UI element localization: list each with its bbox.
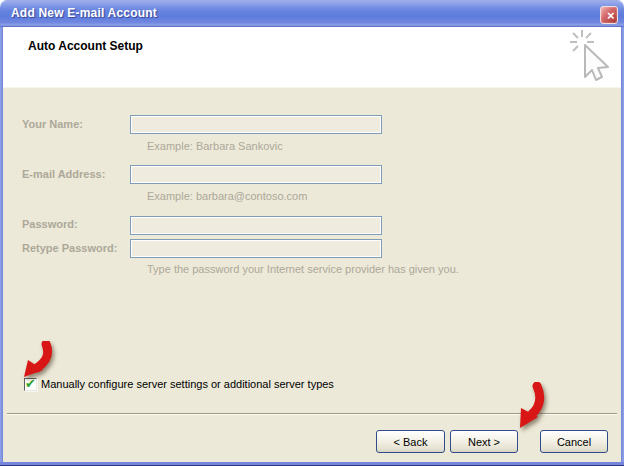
back-button[interactable]: < Back [376, 430, 445, 453]
window-border-bottom [0, 462, 624, 466]
window-title: Add New E-mail Account [11, 6, 157, 20]
close-button[interactable]: × [600, 6, 618, 24]
red-arrow-next-icon [507, 382, 547, 430]
your-name-label: Your Name: [22, 118, 83, 130]
email-address-example: Example: barbara@contoso.com [147, 190, 307, 202]
next-button[interactable]: Next > [450, 430, 518, 453]
cancel-button[interactable]: Cancel [540, 430, 608, 453]
titlebar[interactable]: Add New E-mail Account × [0, 0, 624, 27]
manual-config-checkbox[interactable]: ✔ [24, 378, 37, 391]
email-address-label: E-mail Address: [22, 168, 105, 180]
email-address-input[interactable] [130, 165, 382, 184]
password-hint: Type the password your Internet service … [147, 263, 459, 275]
your-name-example: Example: Barbara Sankovic [147, 140, 283, 152]
retype-password-input[interactable] [130, 239, 382, 258]
password-input[interactable] [130, 216, 382, 235]
cursor-sparkle-icon [569, 29, 615, 87]
wizard-header: Auto Account Setup [3, 27, 621, 87]
your-name-input[interactable] [130, 115, 382, 134]
retype-password-label: Retype Password: [22, 242, 117, 254]
red-arrow-checkbox-icon [20, 341, 54, 379]
add-email-account-dialog: Add New E-mail Account × Auto Account Se… [0, 0, 624, 466]
page-title: Auto Account Setup [28, 39, 143, 53]
password-label: Password: [22, 218, 78, 230]
manual-config-label: Manually configure server settings or ad… [41, 378, 334, 390]
close-icon: × [607, 8, 615, 23]
